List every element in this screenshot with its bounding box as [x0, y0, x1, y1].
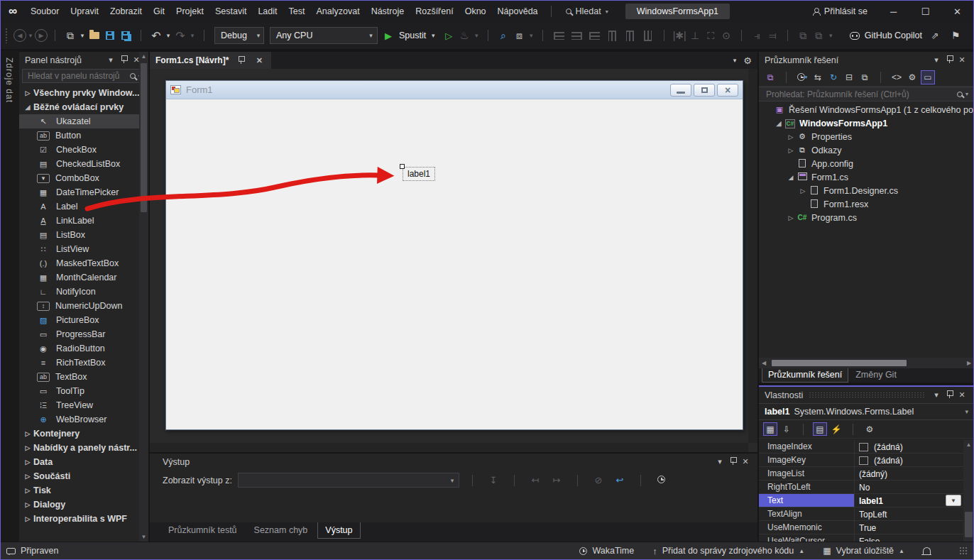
toolbox-group-common-controls[interactable]: ◢Běžné ovládací prvky — [19, 100, 148, 114]
tree-node-form1-designer-cs[interactable]: ▷Form1.Designer.cs — [759, 184, 974, 197]
properties-view-icon[interactable]: ▤ — [813, 422, 827, 436]
forms-designer-surface[interactable]: Form1 × label1 — [150, 69, 757, 452]
toolbox-group-tisk[interactable]: ▷Tisk — [19, 483, 148, 498]
property-row-usemnemonic[interactable]: UseMnemonicTrue — [759, 521, 974, 534]
alphabetical-sort-icon[interactable]: ⇩ — [779, 422, 794, 436]
menu-zobrazit[interactable]: Zobrazit — [104, 1, 148, 22]
collapsed-icon[interactable]: ▷ — [786, 147, 796, 154]
scroll-right-icon[interactable]: ▶ — [964, 360, 974, 366]
tree-node-properties[interactable]: ▷⚙Properties — [759, 130, 974, 143]
properties-window-icon[interactable]: ⚙ — [905, 70, 919, 84]
toolbox-item-richtextbox[interactable]: ≡RichTextBox — [19, 356, 148, 370]
toolbox-item-listview[interactable]: ∷ListView — [19, 242, 148, 256]
undo-icon[interactable]: ↶ — [149, 27, 163, 44]
pin-icon[interactable] — [117, 55, 130, 65]
wakatime-status[interactable]: WakaTime — [579, 546, 634, 556]
pin-icon[interactable] — [234, 56, 247, 65]
menu-upravit[interactable]: Upravit — [65, 1, 104, 22]
toolbox-item-listbox[interactable]: ▤ListBox — [19, 228, 148, 242]
expanded-icon[interactable]: ◢ — [774, 120, 784, 127]
open-folder-icon[interactable] — [87, 27, 102, 44]
save-icon[interactable] — [103, 27, 117, 44]
form-maximize-button[interactable] — [694, 84, 715, 97]
resize-grip[interactable] — [959, 547, 968, 555]
solution-node[interactable]: ▣Řešení WindowsFormsApp1 (1 z celkového … — [759, 103, 974, 116]
tree-node-odkazy[interactable]: ▷⧉Odkazy — [759, 143, 974, 157]
scrollbar-thumb[interactable] — [965, 512, 973, 537]
toolbox-item-monthcalendar[interactable]: ▦MonthCalendar — [19, 270, 148, 285]
toolbox-item-notifyicon[interactable]: ∟NotifyIcon — [19, 285, 148, 299]
property-row-imagelist[interactable]: ImageList(žádný) — [759, 467, 974, 481]
close-icon[interactable]: ✕ — [739, 457, 752, 466]
close-icon[interactable]: ✕ — [253, 56, 266, 65]
toolbox-item-label[interactable]: ALabel — [19, 199, 148, 214]
toolbox-item-textbox[interactable]: abTextBox — [19, 370, 148, 384]
property-grid-scrollbar[interactable]: ▲ ▼ — [963, 440, 974, 549]
data-sources-tab[interactable]: Zdroje dat — [4, 50, 14, 110]
window-position-icon[interactable]: ▾ — [930, 390, 943, 400]
designed-form-window[interactable]: Form1 × label1 — [165, 80, 743, 430]
toolbox-group-sou-sti[interactable]: ▷Součásti — [19, 469, 148, 483]
save-all-icon[interactable] — [119, 27, 133, 44]
designer-horizontal-scrollbar[interactable] — [150, 443, 748, 452]
feedback-bubble-icon[interactable] — [6, 548, 16, 554]
collapsed-icon[interactable]: ▷ — [786, 214, 796, 221]
close-button[interactable]: ✕ — [941, 1, 973, 22]
property-value[interactable]: (žádný) — [855, 467, 974, 480]
minimize-button[interactable]: ─ — [877, 1, 909, 22]
menu-ladit[interactable]: Ladit — [252, 1, 283, 22]
toolbox-item-treeview[interactable]: ⁞ΞTreeView — [19, 398, 148, 412]
sync-with-active-document-icon[interactable]: ⇆ — [811, 70, 825, 84]
notifications-bell-icon[interactable] — [923, 547, 931, 554]
pin-icon[interactable] — [943, 55, 956, 65]
property-row-text[interactable]: Textlabel1▼ — [759, 494, 974, 507]
toolbox-group-nab-dky-a-panely-n-str-[interactable]: ▷Nabídky a panely nástr... — [19, 441, 148, 455]
menu-rozšíření[interactable]: Rozšíření — [410, 1, 459, 22]
undo-dropdown-icon[interactable]: ▾ — [165, 27, 172, 44]
refresh-icon[interactable]: ↻ — [826, 70, 841, 84]
new-project-dropdown-icon[interactable]: ▾ — [79, 27, 86, 44]
property-row-righttoleft[interactable]: RightToLeftNo — [759, 481, 974, 494]
property-row-imagekey[interactable]: ImageKey(žádná) — [759, 454, 974, 467]
tree-node-program-cs[interactable]: ▷C#Program.cs — [759, 211, 974, 224]
scroll-down-icon[interactable]: ▼ — [139, 532, 148, 542]
toolbox-item-numericupdown[interactable]: ↕NumericUpDown — [19, 299, 148, 313]
toolbox-item-webbrowser[interactable]: ⊕WebBrowser — [19, 412, 148, 427]
platform-combobox[interactable]: Any CPU ▾ — [270, 27, 378, 44]
property-value[interactable]: TopLeft — [855, 507, 974, 520]
toolbox-item-progressbar[interactable]: ▭ProgressBar — [19, 327, 148, 341]
solution-horizontal-scrollbar[interactable]: ◀ ▶ — [759, 358, 974, 368]
toolbox-item-checkedlistbox[interactable]: ▤CheckedListBox — [19, 157, 148, 171]
menu-test[interactable]: Test — [283, 1, 311, 22]
solution-search-input[interactable] — [765, 89, 957, 100]
toolbox-item-checkbox[interactable]: ☑CheckBox — [19, 143, 148, 157]
toolbox-item-tooltip[interactable]: ▭ToolTip — [19, 384, 148, 398]
switch-views-icon[interactable]: ⧉ — [763, 70, 777, 84]
collapse-all-icon[interactable]: ⊟ — [842, 70, 856, 84]
navigate-back-icon[interactable]: ◀ — [13, 29, 26, 42]
designer-vertical-scrollbar[interactable] — [748, 69, 757, 443]
tree-node-form1-cs[interactable]: ◢Form1.cs — [759, 170, 974, 184]
run-dropdown-icon[interactable]: ▾ — [429, 27, 437, 44]
property-row-textalign[interactable]: TextAlignTopLeft — [759, 507, 974, 521]
back-dropdown-icon[interactable]: ▾ — [27, 27, 34, 44]
object-selector-combobox[interactable]: label1 System.Windows.Forms.Label ▾ — [759, 403, 974, 420]
property-value[interactable]: (žádná) — [855, 454, 974, 466]
scroll-left-icon[interactable]: ◀ — [759, 360, 769, 366]
property-pages-icon[interactable]: ⚙ — [863, 422, 877, 436]
collapsed-icon[interactable]: ▷ — [786, 133, 796, 141]
form-close-button[interactable]: × — [717, 84, 738, 97]
toolbox-group-data[interactable]: ▷Data — [19, 455, 148, 469]
solution-tab-pr-zkumn-k-e-en-[interactable]: Průzkumník řešení — [762, 368, 848, 383]
view-code-icon[interactable]: <> — [890, 70, 904, 84]
toolbox-search-input[interactable] — [26, 70, 130, 82]
property-row-imageindex[interactable]: ImageIndex(žádná) — [759, 440, 974, 454]
redo-dropdown-icon[interactable]: ▾ — [189, 27, 196, 44]
solution-platforms-icon[interactable]: ⧈ — [512, 27, 526, 44]
menu-nápověda[interactable]: Nápověda — [492, 1, 544, 22]
toolbox-item-radiobutton[interactable]: ◉RadioButton — [19, 341, 148, 356]
bottom-tab-seznam-chyb[interactable]: Seznam chyb — [247, 522, 315, 538]
menu-nástroje[interactable]: Nástroje — [366, 1, 410, 22]
scrollbar-thumb[interactable] — [141, 63, 147, 212]
toolbox-item-ukazatel[interactable]: ↖Ukazatel — [19, 114, 148, 128]
